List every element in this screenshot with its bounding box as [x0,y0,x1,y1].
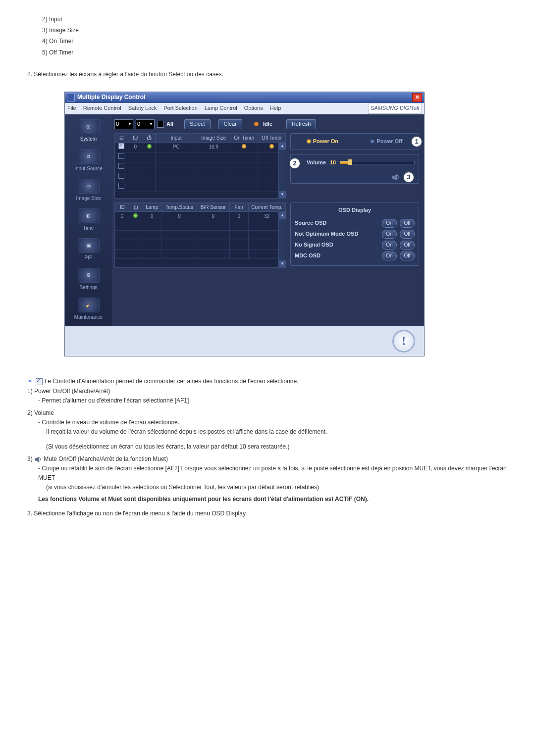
cell-temp-status: 0 [162,211,197,221]
maintenance-icon: 🧹 [78,298,100,312]
osd-off-button[interactable]: Off [400,252,415,260]
osd-off-button[interactable]: Off [400,241,415,250]
all-checkbox[interactable] [157,121,164,128]
table-row[interactable] [115,152,286,162]
window-title: Multiple Display Control [77,93,412,102]
col-power[interactable]: ⏻ [129,203,142,211]
sidebar: ◎ System ⧉ Input Source ▭ Image Size ◐ T… [65,114,112,326]
col-check[interactable]: ☑ [115,134,128,142]
menu-help[interactable]: Help [270,104,281,113]
col-fan[interactable]: Fan [229,203,248,211]
sidebar-item-time[interactable]: ◐ Time [71,208,106,232]
row-checkbox[interactable] [118,173,124,179]
col-br-sensor[interactable]: B/R Sensor [197,203,229,211]
power-off-button[interactable]: Power Off [371,137,402,146]
osd-label: Not Optimum Mode OSD [295,230,379,239]
volume-slider[interactable] [340,161,415,164]
osd-label: No Signal OSD [295,241,379,250]
menu-file[interactable]: File [67,104,76,113]
sidebar-label: Settings [79,284,97,292]
table-row[interactable]: 0 PC 16:9 [115,142,286,152]
table-row[interactable] [115,249,286,258]
cell-id: 0 [115,211,129,221]
cell-input: PC [156,142,197,152]
speaker-icon[interactable] [392,174,400,181]
item-3-detail-1: - Coupe ou rétablit le son de l'écran sé… [38,464,508,483]
osd-off-button[interactable]: Off [400,219,415,228]
menu-safety-lock[interactable]: Safety Lock [128,104,157,113]
osd-on-button[interactable]: On [382,219,397,228]
row-checkbox[interactable] [118,153,124,159]
image-size-icon: ▭ [78,179,100,194]
table-row[interactable] [115,221,286,230]
col-id[interactable]: ID [128,134,143,142]
power-off-led-icon [371,140,374,143]
menu-port-selection[interactable]: Port Selection [163,104,197,113]
sidebar-item-input-source[interactable]: ⧉ Input Source [71,149,106,173]
col-lamp[interactable]: Lamp [142,203,162,211]
col-input[interactable]: Input [156,134,197,142]
col-temp-status[interactable]: Temp.Status [162,203,197,211]
col-id[interactable]: ID [115,203,129,211]
table-row[interactable] [115,230,286,240]
table-row[interactable] [115,172,286,182]
id-select-1[interactable]: 0▼ [114,119,133,129]
scroll-down-icon[interactable]: ▼ [279,191,286,198]
status-table: ID ⏻ Lamp Temp.Status B/R Sensor Fan Cur… [115,203,286,259]
scroll-down-icon[interactable]: ▼ [279,260,286,267]
menu-options[interactable]: Options [244,104,263,113]
menu-remote-control[interactable]: Remote Control [83,104,121,113]
app-window: Multiple Display Control ✕ File Remote C… [64,92,425,356]
id-select-2[interactable]: 0▼ [136,119,155,129]
item-1-detail: - Permet d'allumer ou d'éteindre l'écran… [38,396,508,405]
col-off-timer[interactable]: Off Timer [258,134,286,142]
scrollbar[interactable]: ▲ ▼ [278,212,286,267]
menu-lamp-control[interactable]: Lamp Control [205,104,237,113]
volume-panel: 2 Volume 10 3 [290,154,419,184]
upper-row: ☑ ID ⏻ Input Image Size On Timer Off Tim… [114,133,419,199]
row-checkbox[interactable] [118,163,124,169]
sidebar-item-maintenance[interactable]: 🧹 Maintenance [71,298,106,321]
osd-on-button[interactable]: On [382,241,397,250]
table-row[interactable] [115,162,286,172]
col-current-temp[interactable]: Current Temp. [248,203,285,211]
item-2-detail-1: - Contrôle le niveau de volume de l'écra… [38,418,508,427]
table-row[interactable] [115,182,286,192]
toolbar: 0▼ 0▼ All Select Clear Idle Refresh [114,119,419,129]
step-3-text: 3. Sélectionne l'affichage ou non de l'é… [27,509,508,518]
sidebar-item-image-size[interactable]: ▭ Image Size [71,179,106,202]
info-icon[interactable]: ! [392,330,415,353]
table-row[interactable] [115,240,286,249]
volume-thumb[interactable] [348,159,352,165]
col-image-size[interactable]: Image Size [197,134,230,142]
sidebar-item-system[interactable]: ◎ System [71,119,106,143]
item-3-detail-2: (si vous choisissez d'annuler les sélect… [46,483,508,492]
sidebar-item-pip[interactable]: ▣ PIP [71,238,106,262]
osd-title: OSD Display [295,206,415,215]
menu-bar: File Remote Control Safety Lock Port Sel… [65,103,424,114]
intro-item: 4) On Timer [42,37,508,46]
power-on-button[interactable]: Power On [307,137,338,146]
step-2-text: 2. Sélectionnez les écrans à régler à l'… [27,70,508,79]
sidebar-label: Input Source [74,165,103,173]
refresh-button[interactable]: Refresh [286,119,317,129]
scroll-up-icon[interactable]: ▲ [279,212,286,219]
osd-on-button[interactable]: On [382,230,397,239]
sidebar-item-settings[interactable]: ⚙ Settings [71,268,106,292]
clear-button[interactable]: Clear [218,119,242,129]
intro-list: 2) Input 3) Image Size 4) On Timer 5) Of… [42,15,508,57]
row-checkbox[interactable] [118,143,124,149]
app-icon [67,94,75,101]
right-panel-lower: OSD Display Source OSD On Off Not Optimu… [290,202,419,268]
osd-on-button[interactable]: On [382,252,397,260]
select-button[interactable]: Select [184,119,211,129]
scrollbar[interactable]: ▲ ▼ [278,143,286,198]
scroll-up-icon[interactable]: ▲ [279,143,286,150]
close-button[interactable]: ✕ [412,93,422,102]
table-row[interactable]: 0 0 0 0 0 32 [115,211,286,221]
osd-off-button[interactable]: Off [400,230,415,239]
col-on-timer[interactable]: On Timer [230,134,258,142]
col-power[interactable]: ⏻ [143,134,156,142]
row-checkbox[interactable] [118,183,124,189]
item-2-detail-3: (Si vous déselectionnez un écran ou tous… [46,442,508,452]
